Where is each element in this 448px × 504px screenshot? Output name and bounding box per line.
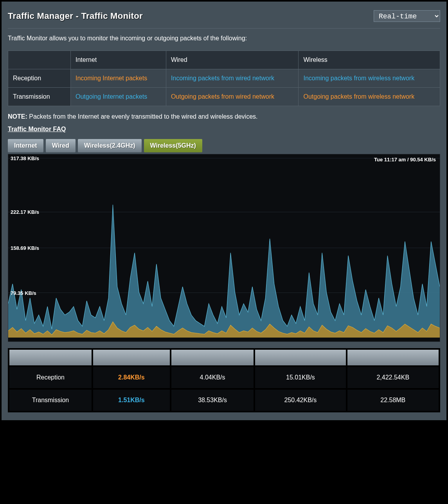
chart-status: Tue 11:17 am / 90.54 KB/s [374, 157, 436, 163]
def-cell: Outgoing packets from wireless network [299, 88, 440, 106]
def-col-header: Wired [166, 51, 299, 69]
stats-row-head: Reception [9, 367, 92, 388]
chart-svg [8, 154, 440, 341]
stats-current-value: 2.84KB/s [118, 374, 145, 381]
def-row-head: Transmission [8, 88, 71, 106]
def-row: ReceptionIncoming Internet packetsIncomi… [8, 69, 440, 88]
y-tick-label: 79.35 KB/s [11, 290, 36, 296]
stats-col-header [347, 350, 439, 365]
stats-col-header [255, 350, 345, 365]
definition-table: InternetWiredWireless ReceptionIncoming … [8, 51, 440, 106]
page-title: Traffic Manager - Traffic Monitor [8, 11, 143, 21]
def-link[interactable]: Incoming packets from wired network [171, 75, 274, 81]
def-cell: Incoming packets from wired network [166, 69, 299, 88]
def-link[interactable]: Outgoing Internet packets [76, 93, 147, 100]
def-row: TransmissionOutgoing Internet packetsOut… [8, 88, 440, 106]
def-col-header [8, 51, 71, 69]
mode-select[interactable]: Real-time [374, 10, 440, 22]
def-col-header: Wireless [299, 51, 440, 69]
def-link[interactable]: Outgoing packets from wired network [171, 93, 274, 100]
tab-wireless-5ghz-[interactable]: Wireless(5GHz) [144, 139, 202, 152]
stats-current-value: 1.51KB/s [118, 397, 145, 403]
header-row: Traffic Manager - Traffic Monitor Real-t… [8, 7, 440, 29]
def-cell: Outgoing packets from wired network [166, 88, 299, 106]
stats-cell: 250.42KB/s [255, 390, 345, 411]
def-cell: Incoming Internet packets [71, 69, 166, 88]
stats-table: Reception2.84KB/s4.04KB/s15.01KB/s2,422.… [8, 348, 440, 412]
y-tick-label: 317.38 KB/s [11, 155, 39, 161]
stats-cell: 2.84KB/s [93, 367, 170, 388]
stats-cell: 15.01KB/s [255, 367, 345, 388]
stats-row-head: Transmission [9, 390, 92, 411]
y-tick-label: 222.17 KB/s [11, 209, 39, 215]
def-row-head: Reception [8, 69, 71, 88]
stats-col-header [93, 350, 170, 365]
main-panel: Traffic Manager - Traffic Monitor Real-t… [0, 0, 448, 422]
stats-cell: 1.51KB/s [93, 390, 170, 411]
intro-text: Traffic Monitor allows you to monitor th… [8, 35, 440, 42]
def-link[interactable]: Incoming Internet packets [76, 75, 147, 81]
def-link[interactable]: Outgoing packets from wireless network [303, 93, 414, 100]
tab-bar: InternetWiredWireless(2.4GHz)Wireless(5G… [8, 139, 440, 152]
traffic-chart: Tue 11:17 am / 90.54 KB/s 317.38 KB/s222… [8, 154, 440, 342]
def-cell: Outgoing Internet packets [71, 88, 166, 106]
def-cell: Incoming packets from wireless network [299, 69, 440, 88]
stats-cell: 22.58MB [347, 390, 439, 411]
stats-cell: 38.53KB/s [171, 390, 254, 411]
stats-cell: 4.04KB/s [171, 367, 254, 388]
tab-internet[interactable]: Internet [8, 139, 43, 152]
note-label: NOTE: [8, 113, 27, 120]
def-col-header: Internet [71, 51, 166, 69]
faq-link[interactable]: Traffic Monitor FAQ [8, 126, 66, 132]
stats-col-header [9, 350, 92, 365]
note-text: NOTE: Packets from the Internet are even… [8, 113, 440, 120]
y-tick-label: 158.69 KB/s [11, 245, 39, 251]
stats-cell: 2,422.54KB [347, 367, 439, 388]
stats-row: Reception2.84KB/s4.04KB/s15.01KB/s2,422.… [9, 367, 439, 388]
note-body: Packets from the Internet are evenly tra… [27, 113, 258, 120]
def-link[interactable]: Incoming packets from wireless network [303, 75, 414, 81]
tab-wireless-2-4ghz-[interactable]: Wireless(2.4GHz) [78, 139, 142, 152]
stats-row: Transmission1.51KB/s38.53KB/s250.42KB/s2… [9, 390, 439, 411]
stats-col-header [171, 350, 254, 365]
tab-wired[interactable]: Wired [46, 139, 76, 152]
